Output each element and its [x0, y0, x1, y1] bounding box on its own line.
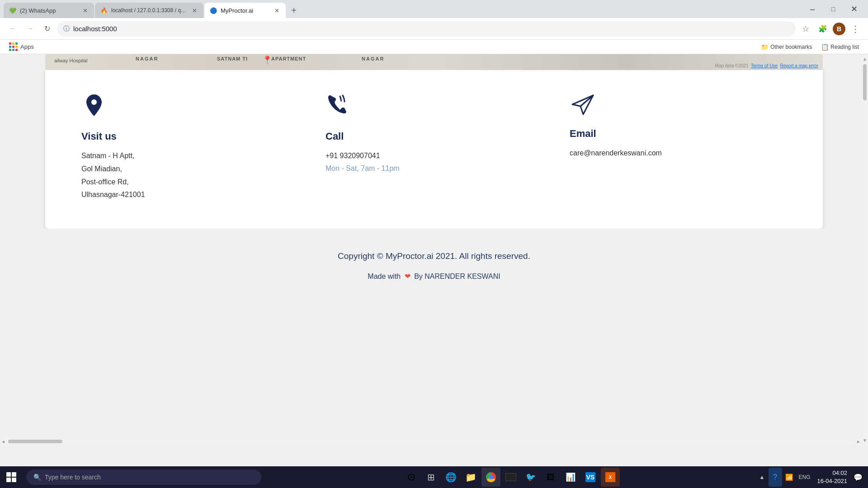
footer-made-text: Made with: [368, 272, 401, 280]
scroll-right-arrow[interactable]: ►: [855, 438, 862, 445]
map-label-satnamti: SATNAM TI: [217, 56, 248, 61]
heart-icon: ❤: [405, 272, 410, 280]
footer-by-text: By NARENDER KESWANI: [414, 272, 500, 280]
map-label-apartment: APARTMENT: [271, 56, 306, 61]
task-chrome-button[interactable]: [481, 468, 500, 487]
taskbar-right-area: ▲ ? 📶 ENG 04:02 16-04-2021 💬: [757, 468, 868, 487]
task-browser1-button[interactable]: 🌐: [442, 468, 461, 487]
call-heading: Call: [326, 131, 344, 142]
task-db-button[interactable]: 📊: [561, 468, 580, 487]
task-cortana-button[interactable]: ⊙: [402, 468, 421, 487]
other-bookmarks-label: Other bookmarks: [770, 44, 812, 50]
forward-button[interactable]: →: [23, 22, 37, 36]
map-label-railway: ailway Hospital: [54, 58, 87, 63]
scrollbar-horizontal[interactable]: ◄ ►: [0, 438, 862, 445]
contact-sections: Visit us Satnam - H Aptt, Gol Miadian, P…: [45, 70, 823, 229]
email-heading: Email: [570, 128, 596, 140]
scroll-thumb-horizontal[interactable]: [8, 440, 62, 443]
scrollbar-right[interactable]: ▲ ▼: [862, 54, 868, 445]
search-placeholder-text: Type here to search: [45, 474, 101, 481]
back-button[interactable]: ←: [5, 22, 20, 36]
visit-address-line1: Satnam - H Aptt,: [81, 150, 134, 163]
map-label-nagar: NAGAR: [136, 56, 158, 61]
reading-list-label: Reading list: [830, 44, 859, 50]
email-icon: [570, 93, 597, 119]
extensions-button[interactable]: 🧩: [816, 22, 830, 36]
taskbar: 🔍 Type here to search ⊙ ⊞ 🌐 📁 🐦 🖼 📊 VS X…: [0, 466, 868, 488]
address-text: localhost:5000: [73, 25, 117, 33]
task-black-button[interactable]: [501, 468, 520, 487]
start-icon: [6, 472, 16, 482]
search-icon: 🔍: [33, 474, 41, 481]
taskbar-help-icon[interactable]: ?: [769, 468, 782, 487]
profile-button[interactable]: B: [833, 23, 845, 35]
phone-icon: [326, 93, 350, 122]
tab-myproctor[interactable]: 🔵 MyProctor.ai ✕: [204, 3, 286, 18]
address-bar[interactable]: ⓘ localhost:5000: [57, 21, 796, 37]
taskbar-center-icons: ⊙ ⊞ 🌐 📁 🐦 🖼 📊 VS X: [265, 468, 757, 487]
visit-address-line2: Gol Miadian,: [81, 163, 122, 176]
task-photo-button[interactable]: 🖼: [541, 468, 560, 487]
task-explorer-button[interactable]: 📁: [462, 468, 481, 487]
tab-close-whatsapp[interactable]: ✕: [81, 7, 89, 14]
taskbar-search[interactable]: 🔍 Type here to search: [26, 469, 261, 485]
visit-section: Visit us Satnam - H Aptt, Gol Miadian, P…: [81, 93, 298, 202]
maximize-button[interactable]: □: [823, 0, 844, 18]
email-address: care@narenderkeswani.com: [570, 147, 662, 160]
tab-localhost[interactable]: 🔥 localhost / 127.0.0.1:3308 / quiza ✕: [95, 3, 203, 18]
tab-close-myproctor[interactable]: ✕: [273, 7, 280, 14]
map-label-nagar2: NAGAR: [362, 56, 384, 61]
scroll-down-arrow[interactable]: ▼: [862, 436, 868, 445]
folder-icon: 📁: [761, 43, 769, 51]
terms-link[interactable]: Terms of Use: [751, 63, 778, 68]
apps-button[interactable]: Apps: [5, 41, 38, 53]
localhost-favicon: 🔥: [100, 7, 108, 14]
map-pin-icon: 📍: [262, 55, 272, 65]
myproctor-favicon: 🔵: [210, 7, 217, 14]
navigation-toolbar: ← → ↻ ⓘ localhost:5000 ☆ 🧩 B ⋮: [0, 18, 868, 40]
window-controls: – □ ✕: [802, 0, 864, 18]
minimize-button[interactable]: –: [802, 0, 823, 18]
close-button[interactable]: ✕: [844, 0, 864, 18]
taskbar-up-arrow[interactable]: ▲: [757, 468, 768, 487]
notification-button[interactable]: 💬: [852, 468, 864, 487]
other-bookmarks-button[interactable]: 📁 Other bookmarks: [757, 42, 816, 52]
scroll-thumb-vertical[interactable]: [863, 64, 867, 100]
new-tab-button[interactable]: +: [288, 4, 300, 17]
lang-indicator[interactable]: ENG: [797, 468, 813, 487]
report-link[interactable]: Report a map error: [780, 63, 818, 68]
call-phone: +91 9320907041: [326, 150, 380, 163]
call-hours: Mon - Sat, 7am - 11pm: [326, 164, 400, 173]
start-button[interactable]: [0, 466, 23, 488]
network-icon[interactable]: 📶: [783, 468, 796, 487]
contact-card-wrapper: Visit us Satnam - H Aptt, Gol Miadian, P…: [45, 70, 823, 229]
task-bird-button[interactable]: 🐦: [521, 468, 540, 487]
page-content: ▲ ▼ ailway Hospital NAGAR SATNAM TI 📍 AP…: [0, 54, 868, 466]
bookmark-star-button[interactable]: ☆: [798, 22, 813, 36]
clock-display[interactable]: 04:02 16-04-2021: [814, 469, 851, 485]
tab-localhost-title: localhost / 127.0.0.1:3308 / quiza: [111, 7, 187, 14]
scroll-up-arrow[interactable]: ▲: [862, 54, 868, 63]
tab-myproctor-title: MyProctor.ai: [221, 7, 269, 14]
visit-heading: Visit us: [81, 131, 117, 142]
task-vscode-button[interactable]: VS: [581, 468, 600, 487]
refresh-button[interactable]: ↻: [40, 22, 54, 36]
task-xampp-button[interactable]: X: [601, 468, 620, 487]
tab-whatsapp[interactable]: 💚 (2) WhatsApp ✕: [4, 3, 94, 18]
secure-icon: ⓘ: [63, 25, 70, 33]
task-view-button[interactable]: ⊞: [422, 468, 441, 487]
page-footer: Copyright © MyProctor.ai 2021. All right…: [0, 229, 868, 294]
call-section: Call +91 9320907041 Mon - Sat, 7am - 11p…: [326, 93, 542, 202]
browser-chrome: 💚 (2) WhatsApp ✕ 🔥 localhost / 127.0.0.1…: [0, 0, 868, 54]
reading-list-button[interactable]: 📋 Reading list: [817, 42, 863, 52]
visit-address-line4: Ulhasnagar-421001: [81, 188, 145, 202]
tab-bar: 💚 (2) WhatsApp ✕ 🔥 localhost / 127.0.0.1…: [0, 0, 868, 18]
clock-time: 04:02: [817, 469, 848, 477]
footer-copyright: Copyright © MyProctor.ai 2021. All right…: [9, 251, 859, 261]
chrome-menu-button[interactable]: ⋮: [848, 22, 863, 36]
scroll-left-arrow[interactable]: ◄: [0, 438, 6, 445]
tab-close-localhost[interactable]: ✕: [191, 7, 198, 14]
map-strip: ailway Hospital NAGAR SATNAM TI 📍 APARTM…: [45, 54, 823, 70]
whatsapp-favicon: 💚: [9, 7, 16, 14]
apps-grid-icon: [9, 42, 18, 51]
